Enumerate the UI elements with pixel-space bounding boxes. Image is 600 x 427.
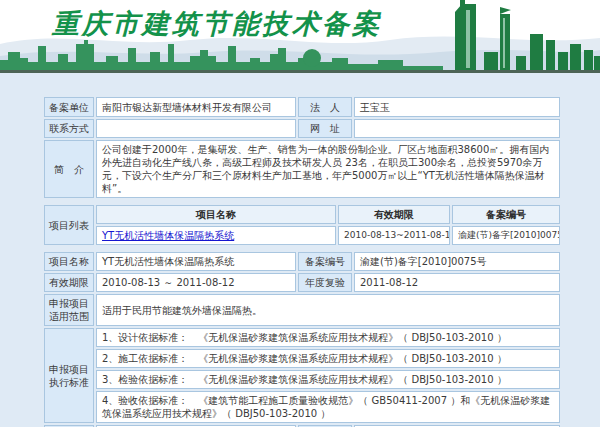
column-header-valid-period: 有效期限: [338, 205, 450, 224]
standard-inspection: 3、检验依据标准： 《无机保温砂浆建筑保温系统应用技术规程》（ DBJ50-10…: [96, 370, 560, 389]
filing-number-value: 渝建(节)备字[2010]0075号: [354, 252, 560, 271]
standard-construction: 2、施工依据标准： 《无机保温砂浆建筑保温系统应用技术规程》（ DBJ50-10…: [96, 349, 560, 368]
intro-value: 公司创建于2000年，是集研发、生产、销售为一体的股份制企业。厂区占地面积386…: [96, 140, 560, 198]
project-list-label: 项目列表: [44, 205, 94, 245]
contact-value: [96, 119, 296, 138]
website-value: [354, 119, 560, 138]
company-info-table: 备案单位 南阳市银达新型墙体材料开发有限公司 法 人 王宝玉 联系方式 网 址 …: [42, 95, 562, 200]
annual-review-value: 2011-08-12: [354, 273, 560, 292]
project-detail-table: 项目名称 YT无机活性墙体保温隔热系统 备案编号 渝建(节)备字[2010]00…: [42, 250, 562, 427]
intro-label: 简 介: [44, 140, 94, 198]
project-list-row: YT无机活性墙体保温隔热系统 2010-08-13~2011-08-12 渝建(…: [44, 226, 560, 245]
legal-person-label: 法 人: [298, 97, 352, 117]
scope-value: 适用于民用节能建筑外墙保温隔热。: [96, 294, 560, 326]
project-name-label: 项目名称: [44, 252, 94, 271]
standards-label: 申报项目执行标准: [44, 328, 94, 423]
contact-label: 联系方式: [44, 119, 94, 138]
project-name-cell: YT无机活性墙体保温隔热系统: [96, 226, 336, 245]
scope-label: 申报项目适用范围: [44, 294, 94, 326]
valid-period-cell: 2010-08-13~2011-08-12: [338, 226, 450, 245]
website-label: 网 址: [298, 119, 352, 138]
page-title: 重庆市建筑节能技术备案: [52, 6, 382, 42]
valid-period-value: 2010-08-13 ～ 2011-08-12: [96, 273, 296, 292]
standard-design: 1、设计依据标准： 《无机保温砂浆建筑保温系统应用技术规程》（ DBJ50-10…: [96, 328, 560, 347]
filing-unit-value: 南阳市银达新型墙体材料开发有限公司: [96, 97, 296, 117]
valid-period-label: 有效期限: [44, 273, 94, 292]
project-list-table: 项目列表 项目名称 有效期限 备案编号 YT无机活性墙体保温隔热系统 2010-…: [42, 203, 562, 247]
legal-person-value: 王宝玉: [354, 97, 560, 117]
column-header-filing-number: 备案编号: [452, 205, 560, 224]
annual-review-label: 年度复验: [298, 273, 352, 292]
column-header-project-name: 项目名称: [96, 205, 336, 224]
project-name-link[interactable]: YT无机活性墙体保温隔热系统: [102, 230, 234, 241]
filing-unit-label: 备案单位: [44, 97, 94, 117]
filing-number-cell: 渝建(节)备字[2010]0075号: [452, 226, 560, 245]
project-name-value: YT无机活性墙体保温隔热系统: [96, 252, 296, 271]
filing-number-label: 备案编号: [298, 252, 352, 271]
page-header-banner: 重庆市建筑节能技术备案: [0, 0, 600, 73]
standard-acceptance: 4、验收依据标准： 《建筑节能工程施工质量验收规范》（ GB50411-2007…: [96, 391, 560, 423]
